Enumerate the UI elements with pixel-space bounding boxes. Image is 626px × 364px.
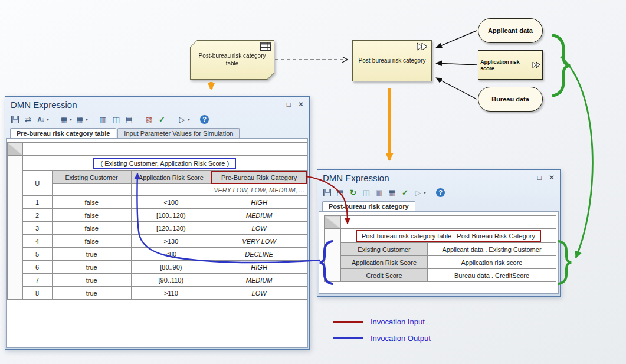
decision-table-menu-icon[interactable]: ▦ bbox=[59, 114, 69, 124]
legend-label-invocation-output: Invocation Output bbox=[371, 334, 431, 343]
delete-column-icon[interactable]: ▤ bbox=[124, 114, 134, 124]
save-icon[interactable] bbox=[322, 188, 332, 198]
validate-icon[interactable]: ✓ bbox=[400, 188, 410, 198]
binding-value[interactable]: Applicant data . Existing Customer bbox=[428, 243, 556, 256]
allowed-values-cell[interactable] bbox=[52, 184, 131, 196]
sort-menu-caret[interactable]: ▾ bbox=[47, 117, 49, 122]
expression-grid-menu-caret[interactable]: ▾ bbox=[86, 117, 88, 122]
rule-cell[interactable]: HIGH bbox=[211, 261, 307, 274]
rule-cell[interactable]: MEDIUM bbox=[211, 274, 307, 287]
invocation-grid: Post-bureau risk category table . Post B… bbox=[324, 215, 556, 282]
left-toolbar: ⇄ A↓ ▾ ▦ ▾ ▦ ▾ ▥ ◫ ▤ ▧ ✓ ▷ ▾ ? bbox=[5, 112, 309, 126]
bkm-shape-post-bureau-risk-category-table[interactable]: Post-bureau risk category table bbox=[190, 40, 274, 80]
rule-cell[interactable]: <100 bbox=[131, 196, 211, 209]
invocation-header-cell[interactable]: Post-bureau risk category table . Post B… bbox=[341, 229, 556, 243]
left-content-area: ( Existing Customer, Application Risk Sc… bbox=[6, 138, 308, 348]
hit-policy-cell[interactable]: U bbox=[22, 171, 52, 196]
paste-expression-icon[interactable]: ▥ bbox=[374, 188, 384, 198]
rule-cell[interactable]: [90..110) bbox=[131, 274, 211, 287]
rule-cell[interactable]: MEDIUM bbox=[211, 209, 307, 222]
column-header-pre-bureau-risk-category[interactable]: Pre-Bureau Risk Category bbox=[211, 171, 307, 184]
refresh-icon[interactable]: ↻ bbox=[348, 188, 358, 198]
rule-cell[interactable]: false bbox=[52, 209, 131, 222]
rule-cell[interactable]: LOW bbox=[211, 222, 307, 235]
layout-grid-icon[interactable]: ▦ bbox=[387, 188, 397, 198]
toolbar-separator bbox=[431, 188, 431, 197]
rule-cell[interactable]: false bbox=[52, 222, 131, 235]
grid-gutter-column bbox=[325, 229, 341, 282]
screen: Post-bureau risk category table Post-bur… bbox=[0, 0, 626, 364]
binding-parameter[interactable]: Credit Score bbox=[341, 269, 428, 282]
export-icon[interactable]: ▤ bbox=[335, 188, 345, 198]
rule-cell[interactable]: [80..90) bbox=[131, 261, 211, 274]
rule-cell[interactable]: true bbox=[52, 261, 131, 274]
insert-rule-icon[interactable]: ▥ bbox=[98, 114, 108, 124]
restore-button[interactable]: □ bbox=[537, 174, 542, 181]
help-icon[interactable]: ? bbox=[200, 115, 209, 124]
allowed-values-cell[interactable] bbox=[131, 184, 211, 196]
help-icon[interactable]: ? bbox=[436, 188, 445, 197]
bureau-data-connector bbox=[436, 78, 477, 99]
rule-cell[interactable]: false bbox=[52, 235, 131, 248]
invocation-params-cell[interactable]: ( Existing Customer, Application Risk Sc… bbox=[22, 156, 307, 171]
table-row: 4 false >130 VERY LOW bbox=[8, 235, 307, 248]
rule-cell[interactable]: [100..120) bbox=[131, 209, 211, 222]
simulate-icon[interactable]: ▷ bbox=[413, 188, 423, 198]
copy-expression-icon[interactable]: ◫ bbox=[361, 188, 371, 198]
input-data-applicant-data[interactable]: Applicant data bbox=[478, 18, 543, 43]
binding-parameter[interactable]: Application Risk Score bbox=[341, 256, 428, 269]
rule-number: 2 bbox=[22, 209, 52, 222]
grid-empty-row-cell[interactable] bbox=[22, 143, 307, 156]
simulate-icon[interactable]: ▷ bbox=[177, 114, 187, 124]
table-row: Application Risk Score Application risk … bbox=[325, 256, 556, 269]
right-titlebar[interactable]: DMN Expression □ ✕ bbox=[317, 170, 560, 185]
sort-az-icon[interactable]: A↓ bbox=[36, 114, 46, 124]
binding-value[interactable]: Bureau data . CreditScore bbox=[428, 269, 556, 282]
edit-table-icon[interactable]: ▧ bbox=[144, 114, 154, 124]
rule-cell[interactable]: <80 bbox=[131, 248, 211, 261]
column-header-existing-customer[interactable]: Existing Customer bbox=[52, 171, 131, 184]
rule-cell[interactable]: false bbox=[52, 196, 131, 209]
tab-pre-bureau-risk-category-table[interactable]: Pre-bureau risk category table bbox=[10, 128, 116, 138]
close-button[interactable]: ✕ bbox=[549, 174, 555, 181]
rule-cell[interactable]: HIGH bbox=[211, 196, 307, 209]
rule-cell[interactable]: [120..130) bbox=[131, 222, 211, 235]
binding-parameter[interactable]: Existing Customer bbox=[341, 243, 428, 256]
table-row: 1 false <100 HIGH bbox=[8, 196, 307, 209]
close-button[interactable]: ✕ bbox=[298, 101, 304, 108]
grid-empty-row-cell[interactable] bbox=[341, 216, 556, 229]
floppy-glyph bbox=[11, 116, 19, 123]
rule-cell[interactable]: true bbox=[52, 287, 131, 300]
column-header-application-risk-score[interactable]: Application Risk Score bbox=[131, 171, 211, 184]
legend-label-invocation-input: Invocation Input bbox=[371, 317, 425, 326]
toolbar-separator bbox=[54, 114, 54, 124]
simulate-menu-caret[interactable]: ▾ bbox=[424, 190, 426, 195]
rule-cell[interactable]: LOW bbox=[211, 287, 307, 300]
restore-button[interactable]: □ bbox=[287, 101, 291, 108]
left-titlebar[interactable]: DMN Expression □ ✕ bbox=[5, 97, 309, 112]
decision-shape-post-bureau-risk-category[interactable]: Post-bureau risk category bbox=[352, 40, 432, 81]
tab-post-bureau-risk-category[interactable]: Post-bureau risk category bbox=[322, 201, 415, 211]
save-icon[interactable] bbox=[10, 114, 20, 124]
decision-table-menu-caret[interactable]: ▾ bbox=[70, 117, 72, 122]
append-column-icon[interactable]: ◫ bbox=[111, 114, 121, 124]
right-tabstrip: Post-bureau risk category bbox=[317, 199, 560, 211]
simulate-menu-caret[interactable]: ▾ bbox=[188, 117, 190, 122]
rule-number: 8 bbox=[22, 287, 52, 300]
input-data-bureau-data[interactable]: Bureau data bbox=[478, 87, 543, 112]
tab-input-parameter-values[interactable]: Input Parameter Values for Simulation bbox=[117, 128, 240, 138]
decision-application-risk-score[interactable]: Application risk score bbox=[478, 50, 543, 80]
rule-cell[interactable]: true bbox=[52, 248, 131, 261]
rule-cell[interactable]: true bbox=[52, 274, 131, 287]
rule-cell[interactable]: VERY LOW bbox=[211, 235, 307, 248]
rule-cell[interactable]: >130 bbox=[131, 235, 211, 248]
rule-cell[interactable]: >110 bbox=[131, 287, 211, 300]
rule-cell[interactable]: DECLINE bbox=[211, 248, 307, 261]
expression-grid-menu-icon[interactable]: ▦ bbox=[75, 114, 85, 124]
table-row: 8 true >110 LOW bbox=[8, 287, 307, 300]
transform-icon[interactable]: ⇄ bbox=[23, 114, 33, 124]
allowed-values-cell[interactable]: VERY LOW, LOW, MEDIUM, ... bbox=[211, 184, 307, 196]
floppy-glyph bbox=[323, 189, 331, 196]
validate-icon[interactable]: ✓ bbox=[157, 114, 167, 124]
binding-value[interactable]: Application risk score bbox=[428, 256, 556, 269]
